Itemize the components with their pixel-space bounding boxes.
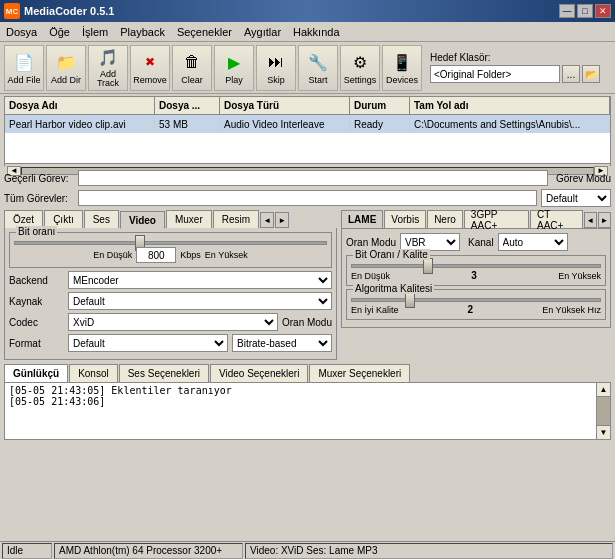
add-file-button[interactable]: 📄 Add File bbox=[4, 45, 44, 91]
bottom-tab-ses[interactable]: Ses Seçenekleri bbox=[119, 364, 209, 382]
col-path: Tam Yol adı bbox=[410, 97, 610, 114]
source-label: Kaynak bbox=[9, 296, 64, 307]
settings-icon: ⚙ bbox=[348, 50, 372, 74]
bottom-tab-muxer[interactable]: Muxer Seçenekleri bbox=[309, 364, 410, 382]
play-button[interactable]: ▶ Play bbox=[214, 45, 254, 91]
bottom-tab-video[interactable]: Video Seçenekleri bbox=[210, 364, 308, 382]
add-dir-button[interactable]: 📁 Add Dir bbox=[46, 45, 86, 91]
status-idle: Idle bbox=[2, 543, 52, 559]
remove-icon: ✖ bbox=[138, 50, 162, 74]
target-folder-label: Hedef Klasör: bbox=[430, 52, 600, 63]
codec-label: Codec bbox=[9, 317, 64, 328]
bitrate-group: Bit oranı En Düşük Kbps En Yüksek bbox=[9, 232, 332, 268]
tab-prev-arrow[interactable]: ◄ bbox=[260, 212, 274, 228]
cell-path: C:\Documents and Settings\Anubis\... bbox=[410, 118, 610, 131]
tab-next-arrow[interactable]: ► bbox=[275, 212, 289, 228]
menu-playback[interactable]: Playback bbox=[114, 22, 171, 41]
menu-bar: Dosya Öğe İşlem Playback Seçenekler Aygı… bbox=[0, 22, 615, 42]
menu-dosya[interactable]: Dosya bbox=[0, 22, 43, 41]
current-task-label: Geçerli Görev: bbox=[4, 173, 74, 184]
lame-bitrate-label: Bit Oranı / Kalite bbox=[353, 249, 430, 260]
rate-mode-label: Oran Modu bbox=[282, 317, 332, 328]
log-content: [05-05 21:43:05] Eklentiler taranıyor [0… bbox=[5, 383, 596, 439]
play-icon: ▶ bbox=[222, 50, 246, 74]
tab-muxer[interactable]: Muxer bbox=[166, 210, 212, 228]
maximize-button[interactable]: □ bbox=[577, 4, 593, 18]
all-tasks-input[interactable] bbox=[78, 190, 537, 206]
bottom-tab-gunlukcu[interactable]: Günlükçü bbox=[4, 364, 68, 382]
menu-secenekler[interactable]: Seçenekler bbox=[171, 22, 238, 41]
menu-hakkinda[interactable]: Hakkında bbox=[287, 22, 345, 41]
close-button[interactable]: ✕ bbox=[595, 4, 611, 18]
cell-type: Audio Video Interleave bbox=[220, 118, 350, 131]
right-tab-vorbis[interactable]: Vorbis bbox=[384, 210, 426, 228]
backend-select[interactable]: MEncoder bbox=[68, 271, 332, 289]
log-area: [05-05 21:43:05] Eklentiler taranıyor [0… bbox=[4, 382, 611, 440]
col-size: Dosya ... bbox=[155, 97, 220, 114]
codec-select[interactable]: XviD bbox=[68, 313, 278, 331]
current-task-input[interactable] bbox=[78, 170, 548, 186]
table-row[interactable]: Pearl Harbor video clip.avi 53 MB Audio … bbox=[5, 115, 610, 133]
clear-button[interactable]: 🗑 Clear bbox=[172, 45, 212, 91]
add-dir-icon: 📁 bbox=[54, 50, 78, 74]
status-cpu: AMD Athlon(tm) 64 Processor 3200+ bbox=[54, 543, 243, 559]
bottom-tab-konsol[interactable]: Konsol bbox=[69, 364, 118, 382]
menu-oge[interactable]: Öğe bbox=[43, 22, 76, 41]
format-select[interactable]: Default bbox=[68, 334, 228, 352]
bitrate-slider[interactable] bbox=[14, 241, 327, 245]
right-tab-3gpp[interactable]: 3GPP AAC+ bbox=[464, 210, 529, 228]
lame-bitrate-slider[interactable] bbox=[351, 264, 601, 268]
col-filename: Dosya Adı bbox=[5, 97, 155, 114]
lame-algo-slider[interactable] bbox=[351, 298, 601, 302]
cell-size: 53 MB bbox=[155, 118, 220, 131]
right-tab-row: LAME Vorbis Nero 3GPP AAC+ CT AAC+ ◄ ► bbox=[341, 210, 611, 228]
right-tab-nero[interactable]: Nero bbox=[427, 210, 463, 228]
devices-button[interactable]: 📱 Devices bbox=[382, 45, 422, 91]
remove-button[interactable]: ✖ Remove bbox=[130, 45, 170, 91]
log-scroll-down[interactable]: ▼ bbox=[597, 425, 610, 439]
menu-islem[interactable]: İşlem bbox=[76, 22, 114, 41]
lame-panel: Oran Modu VBR Kanal Auto bbox=[341, 228, 611, 328]
lame-algo-label: Algoritma Kalitesi bbox=[353, 283, 434, 294]
all-tasks-row: Tüm Görevler: Default bbox=[0, 188, 615, 208]
lame-algo-group: Algoritma Kalitesi En İyi Kalite 2 En Yü… bbox=[346, 289, 606, 320]
bitrate-value-input[interactable] bbox=[136, 247, 176, 263]
log-line-2: [05-05 21:43:06] bbox=[9, 396, 592, 407]
minimize-button[interactable]: — bbox=[559, 4, 575, 18]
add-track-button[interactable]: 🎵 Add Track bbox=[88, 45, 128, 91]
right-tab-lame[interactable]: LAME bbox=[341, 210, 383, 228]
rate-mode-select[interactable]: Bitrate-based bbox=[232, 334, 332, 352]
all-tasks-label: Tüm Görevler: bbox=[4, 193, 74, 204]
tab-ses[interactable]: Ses bbox=[84, 210, 119, 228]
cell-status: Ready bbox=[350, 118, 410, 131]
bitrate-min-label: En Düşük bbox=[93, 250, 132, 260]
task-mode-select[interactable]: Default bbox=[541, 189, 611, 207]
open-folder-button[interactable]: 📂 bbox=[582, 65, 600, 83]
right-tab-next[interactable]: ► bbox=[598, 212, 611, 228]
skip-icon: ⏭ bbox=[264, 50, 288, 74]
backend-label: Backend bbox=[9, 275, 64, 286]
clear-icon: 🗑 bbox=[180, 50, 204, 74]
lame-channel-label: Kanal bbox=[468, 237, 494, 248]
right-tab-ctaac[interactable]: CT AAC+ bbox=[530, 210, 583, 228]
source-select[interactable]: Default bbox=[68, 292, 332, 310]
menu-aygitlar[interactable]: Aygıtlar bbox=[238, 22, 287, 41]
browse-button[interactable]: ... bbox=[562, 65, 580, 83]
start-button[interactable]: 🔧 Start bbox=[298, 45, 338, 91]
tab-video[interactable]: Video bbox=[120, 211, 165, 229]
lame-channel-select[interactable]: Auto bbox=[498, 233, 568, 251]
col-type: Dosya Türü bbox=[220, 97, 350, 114]
format-label: Format bbox=[9, 338, 64, 349]
video-panel: Bit oranı En Düşük Kbps En Yüksek bbox=[4, 228, 337, 360]
lame-min-value: 3 bbox=[471, 270, 477, 281]
tab-resim[interactable]: Resim bbox=[213, 210, 259, 228]
right-tab-prev[interactable]: ◄ bbox=[584, 212, 597, 228]
settings-button[interactable]: ⚙ Settings bbox=[340, 45, 380, 91]
title-bar: MC MediaCoder 0.5.1 — □ ✕ bbox=[0, 0, 615, 22]
log-scroll-up[interactable]: ▲ bbox=[597, 383, 610, 397]
toolbar: 📄 Add File 📁 Add Dir 🎵 Add Track ✖ Remov… bbox=[0, 42, 615, 94]
bitrate-max-label: En Yüksek bbox=[205, 250, 248, 260]
target-folder-input[interactable] bbox=[430, 65, 560, 83]
skip-button[interactable]: ⏭ Skip bbox=[256, 45, 296, 91]
task-mode-label: Görev Modu bbox=[556, 173, 611, 184]
